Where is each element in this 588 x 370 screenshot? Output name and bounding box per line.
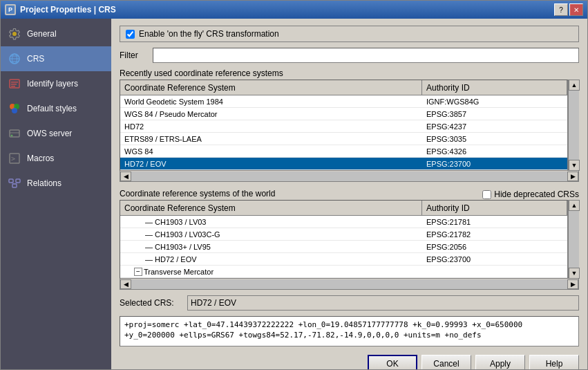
world-table: Coordinate Reference System Authority ID… xyxy=(120,200,568,279)
table-row[interactable]: WGS 84 / Pseudo Mercator EPSG:3857 xyxy=(120,108,567,120)
gear-icon xyxy=(8,27,21,41)
hscroll-track xyxy=(131,172,567,181)
title-bar: P Project Properties | CRS ? ✕ xyxy=(1,1,587,19)
auth-cell xyxy=(422,266,567,277)
enable-crs-group: Enable 'on the fly' CRS transformation xyxy=(120,26,579,42)
auth-cell: EPSG:23700 xyxy=(422,253,567,265)
apply-button[interactable]: Apply xyxy=(475,355,525,369)
recent-table-scrollbar: ▲ ▼ xyxy=(568,80,579,171)
scroll-up-button[interactable]: ▲ xyxy=(569,80,580,91)
svg-rect-8 xyxy=(11,82,18,83)
ok-button[interactable]: OK xyxy=(368,355,417,369)
table-row[interactable]: ETRS89 / ETRS-LAEA EPSG:3035 xyxy=(120,133,567,145)
world-table-scrollbar: ▲ ▼ xyxy=(568,200,579,279)
selected-crs-label: Selected CRS: xyxy=(120,298,182,308)
scroll-down-button[interactable]: ▼ xyxy=(569,268,580,279)
recent-table-wrap: Coordinate Reference System Authority ID… xyxy=(120,80,579,182)
bottom-buttons: OK Cancel Apply Help xyxy=(120,352,579,369)
selected-crs-value: HD72 / EOV xyxy=(187,295,579,311)
recent-col-crs-header: Coordinate Reference System xyxy=(120,80,422,95)
hide-deprecated-checkbox[interactable] xyxy=(482,190,491,199)
recent-hscroll-row: ◀ ▶ xyxy=(120,171,579,182)
sidebar-item-identify-layers[interactable]: Identify layers xyxy=(1,71,111,96)
table-row[interactable]: — HD72 / EOV EPSG:23700 xyxy=(120,253,567,266)
world-section: Coordinate reference systems of the worl… xyxy=(120,187,579,290)
proj-string-text: +proj=somerc +lat_0=47.14439372222222 +l… xyxy=(124,320,522,340)
app-icon: P xyxy=(5,4,16,15)
table-row[interactable]: HD72 EPSG:4237 xyxy=(120,120,567,133)
table-row[interactable]: World Geodetic System 1984 IGNF:WGS84G xyxy=(120,95,567,108)
sidebar-item-relations-label: Relations xyxy=(27,178,61,188)
styles-icon xyxy=(8,102,21,115)
svg-rect-19 xyxy=(9,179,13,183)
crs-cell: World Geodetic System 1984 xyxy=(120,95,422,107)
window-title: Project Properties | CRS xyxy=(20,5,116,15)
filter-input[interactable] xyxy=(153,48,579,63)
sidebar-item-ows-server-label: OWS server xyxy=(27,129,72,138)
table-row[interactable]: WGS 84 EPSG:4326 xyxy=(120,145,567,158)
hide-deprecated-label: Hide deprecated CRSs xyxy=(494,189,579,199)
recent-table-with-scroll: Coordinate Reference System Authority ID… xyxy=(120,80,579,171)
proj-string-area: +proj=somerc +lat_0=47.14439372222222 +l… xyxy=(120,316,579,346)
crs-cell: — HD72 / EOV xyxy=(120,253,422,265)
sidebar-item-macros[interactable]: >_ Macros xyxy=(1,146,111,171)
recent-section: Recently used coordinate reference syste… xyxy=(120,68,579,182)
scroll-up-button[interactable]: ▲ xyxy=(569,200,580,211)
window-body: General CRS xyxy=(1,19,587,369)
table-row[interactable]: − Transverse Mercator xyxy=(120,266,567,278)
hscroll-left-button[interactable]: ◀ xyxy=(120,172,131,181)
recent-table-body[interactable]: World Geodetic System 1984 IGNF:WGS84G W… xyxy=(120,95,567,170)
svg-point-16 xyxy=(11,135,13,137)
world-section-label: Coordinate reference systems of the worl… xyxy=(120,189,275,198)
world-table-wrap: Coordinate Reference System Authority ID… xyxy=(120,200,579,290)
filter-label: Filter xyxy=(120,50,147,60)
world-table-body[interactable]: — CH1903 / LV03 EPSG:21781 — CH1903 / LV… xyxy=(120,216,567,278)
hscroll-right-button[interactable]: ▶ xyxy=(567,279,578,289)
crs-cell: — CH1903+ / LV95 xyxy=(120,241,422,252)
table-row[interactable]: — CH1903 / LV03C-G EPSG:21782 xyxy=(120,228,567,241)
sidebar-item-general-label: General xyxy=(27,29,57,39)
scroll-track xyxy=(569,211,579,268)
crs-cell: HD72 / EOV xyxy=(120,158,422,169)
sidebar-item-default-styles[interactable]: Default styles xyxy=(1,96,111,121)
svg-rect-21 xyxy=(12,184,17,187)
scroll-track xyxy=(569,91,579,160)
world-table-header: Coordinate Reference System Authority ID xyxy=(120,201,567,216)
crs-cell: WGS 84 / Pseudo Mercator xyxy=(120,108,422,120)
close-button[interactable]: ✕ xyxy=(569,3,583,16)
auth-cell: EPSG:4237 xyxy=(422,120,567,132)
hscroll-left-button[interactable]: ◀ xyxy=(120,279,131,289)
help-button[interactable]: Help xyxy=(529,355,579,369)
tree-collapse-button[interactable]: − xyxy=(134,268,142,276)
selected-crs-row: Selected CRS: HD72 / EOV xyxy=(120,295,579,311)
auth-cell: EPSG:21782 xyxy=(422,228,567,240)
world-table-with-scroll: Coordinate Reference System Authority ID… xyxy=(120,200,579,279)
crs-cell: − Transverse Mercator xyxy=(120,266,422,277)
svg-rect-9 xyxy=(11,84,17,85)
recent-col-auth-header: Authority ID xyxy=(422,80,567,95)
sidebar-item-ows-server[interactable]: OWS server xyxy=(1,121,111,146)
main-window: P Project Properties | CRS ? ✕ General xyxy=(0,0,588,370)
sidebar-item-crs[interactable]: CRS xyxy=(1,46,111,71)
sidebar-item-crs-label: CRS xyxy=(27,54,44,64)
sidebar-item-relations[interactable]: Relations xyxy=(1,171,111,196)
sidebar-item-general[interactable]: General xyxy=(1,21,111,46)
macros-icon: >_ xyxy=(8,151,21,165)
auth-cell: EPSG:4326 xyxy=(422,145,567,157)
sidebar: General CRS xyxy=(1,19,111,369)
auth-cell: IGNF:WGS84G xyxy=(422,95,567,107)
help-button[interactable]: ? xyxy=(554,3,568,16)
scroll-down-button[interactable]: ▼ xyxy=(569,160,580,171)
crs-cell: HD72 xyxy=(120,120,422,132)
table-row[interactable]: — CH1903 / LV03 EPSG:21781 xyxy=(120,216,567,228)
filter-row: Filter xyxy=(120,48,579,63)
cancel-button[interactable]: Cancel xyxy=(421,355,471,369)
globe-icon xyxy=(8,52,21,66)
hscroll-right-button[interactable]: ▶ xyxy=(567,172,578,181)
recent-table-header: Coordinate Reference System Authority ID xyxy=(120,80,567,95)
table-row[interactable]: HD72 / EOV EPSG:23700 xyxy=(120,158,567,170)
hscroll-track xyxy=(131,279,567,289)
sidebar-item-identify-layers-label: Identify layers xyxy=(27,79,78,89)
enable-crs-checkbox[interactable] xyxy=(126,30,135,39)
table-row[interactable]: — CH1903+ / LV95 EPSG:2056 xyxy=(120,241,567,253)
